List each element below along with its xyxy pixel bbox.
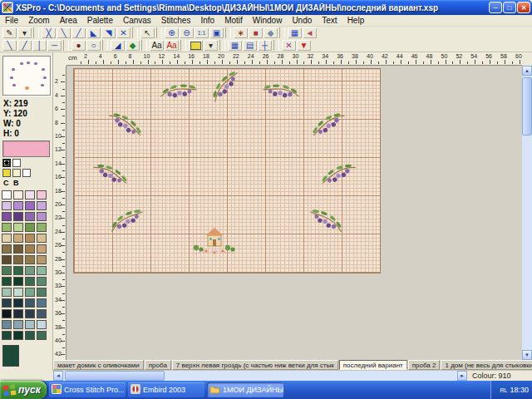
bead-tool[interactable]: ○ [86,40,101,51]
palette-swatch[interactable] [13,298,23,308]
stitch-grid[interactable] [73,68,381,273]
palette-swatch[interactable] [25,223,35,232]
palette-swatch[interactable] [2,288,12,297]
palette-swatch[interactable] [2,266,12,275]
palette-swatch[interactable] [2,201,12,210]
palette-swatch[interactable] [13,331,23,340]
quick-swatch[interactable] [2,169,11,177]
center-view-tool[interactable]: ┼ [258,40,272,51]
menu-item-canvas[interactable]: Canvas [118,16,156,25]
menu-item-info[interactable]: Info [195,16,219,25]
petite-stitch-tool[interactable]: ✕ [116,27,131,38]
palette-swatch[interactable] [25,288,35,297]
menu-item-zoom[interactable]: Zoom [23,16,55,25]
grid-toggle-tool[interactable]: ▦ [228,40,242,51]
palette-swatch[interactable] [25,277,35,286]
palette-swatch[interactable] [13,201,23,210]
design-tab-5[interactable]: проба 2 [408,360,441,370]
minimize-button[interactable]: ─ [489,2,502,13]
palette-swatch[interactable] [2,244,12,254]
pencil-tool[interactable]: ✎ [2,27,17,38]
palette-swatch[interactable] [13,212,23,221]
grid-arrow-tool[interactable]: ▦ [288,27,302,38]
scroll-down-arrow[interactable]: ▼ [522,350,532,360]
palette-swatch[interactable] [37,309,47,318]
menu-item-area[interactable]: Area [55,16,82,25]
menu-item-palette[interactable]: Palette [82,16,118,25]
palette-swatch[interactable] [25,309,35,318]
thread-color-well[interactable] [189,40,203,51]
palette-swatch[interactable] [25,244,35,254]
palette-swatch[interactable] [2,234,12,243]
menu-item-motif[interactable]: Motif [219,16,248,25]
long-stitch-tool[interactable]: ◢ [111,40,125,51]
palette-swatch[interactable] [25,255,35,264]
menu-item-file[interactable]: File [0,16,23,25]
half-stitch-back-tool[interactable]: ╲ [57,27,71,38]
full-cross-stitch-tool[interactable]: ╳ [42,27,56,38]
palette-swatch[interactable] [2,331,12,340]
palette-swatch[interactable] [2,298,12,308]
thread-color-dropdown[interactable]: ▾ [204,40,218,51]
palette-swatch[interactable] [37,223,47,232]
palette-swatch[interactable] [2,277,12,286]
palette-swatch[interactable] [13,266,23,275]
palette-swatch[interactable] [13,244,23,254]
design-tab-3[interactable]: 7 верхн левая гроздь (с частью ниж ветки… [172,360,338,370]
palette-swatch[interactable] [37,234,47,243]
palette-swatch[interactable] [37,277,47,286]
taskbar-button-3[interactable]: 1МОИ ДИЗАЙНЫ [207,382,283,397]
horizontal-scroll-thumb[interactable] [65,371,165,381]
select-arrow-tool[interactable]: ↖ [140,27,155,38]
quarter-stitch-tool[interactable]: ◣ [86,27,101,38]
close-button[interactable]: ✕ [517,2,530,13]
redraw-tool[interactable]: ∗ [234,27,248,38]
palette-swatch[interactable] [25,331,35,340]
menu-item-undo[interactable]: Undo [287,16,317,25]
palette-swatch[interactable] [25,298,35,308]
palette-swatch[interactable] [37,255,47,264]
palette-swatch[interactable] [37,244,47,254]
scroll-up-arrow[interactable]: ▲ [522,66,532,76]
pencil-dropdown[interactable]: ▾ [17,27,32,38]
fill-tool[interactable]: ◆ [264,27,278,38]
palette-swatch[interactable] [13,288,23,297]
palette-swatch[interactable] [2,255,12,264]
design-tab-1[interactable]: макет домик с оливочками [53,360,144,370]
motif-library-tool[interactable]: ✕ [282,40,296,51]
palette-swatch[interactable] [37,190,47,200]
palette-swatch[interactable] [2,320,12,329]
palette-swatch[interactable] [37,298,47,308]
backstitch-vertical-tool[interactable]: │ [32,40,47,51]
palette-swatch[interactable] [2,212,12,221]
vertical-scroll-thumb[interactable] [522,77,532,135]
palette-swatch[interactable] [13,255,23,264]
palette-swatch[interactable] [13,309,23,318]
text-tool[interactable]: Aa [150,40,164,51]
delete-tool[interactable]: ▼ [297,40,311,51]
palette-swatch[interactable] [25,201,35,210]
zoom-fit-tool[interactable]: ▣ [209,27,224,38]
menu-item-text[interactable]: Text [317,16,342,25]
palette-swatch[interactable] [25,190,35,200]
palette-swatch[interactable] [37,331,47,340]
flip-tool[interactable]: ◄ [303,27,317,38]
palette-swatch[interactable] [13,277,23,286]
scroll-right-arrow[interactable]: ► [457,371,467,381]
quick-swatch[interactable] [12,169,21,177]
palette-swatch[interactable] [13,223,23,232]
scroll-left-arrow[interactable]: ◄ [53,371,63,381]
taskbar-button-1[interactable]: Cross Stitch Pro... [49,382,126,397]
zoom-out-tool[interactable]: ⊖ [180,27,194,38]
three-quarter-stitch-tool[interactable]: ◥ [101,27,116,38]
quick-swatch[interactable] [12,159,21,167]
palette-swatch[interactable] [13,234,23,243]
taskbar-button-2[interactable]: Embird 2003 [128,382,204,397]
zoom-actual-tool[interactable]: 1:1 [195,27,209,38]
start-button[interactable]: пуск [0,381,47,399]
palette-swatch[interactable] [2,190,12,200]
backstitch-horizontal-tool[interactable]: ─ [47,40,62,51]
menu-item-help[interactable]: Help [342,16,370,25]
palette-swatch[interactable] [37,212,47,221]
title-bar[interactable]: XSPro - C:\Documents and Settings\Rimma\… [0,0,532,15]
